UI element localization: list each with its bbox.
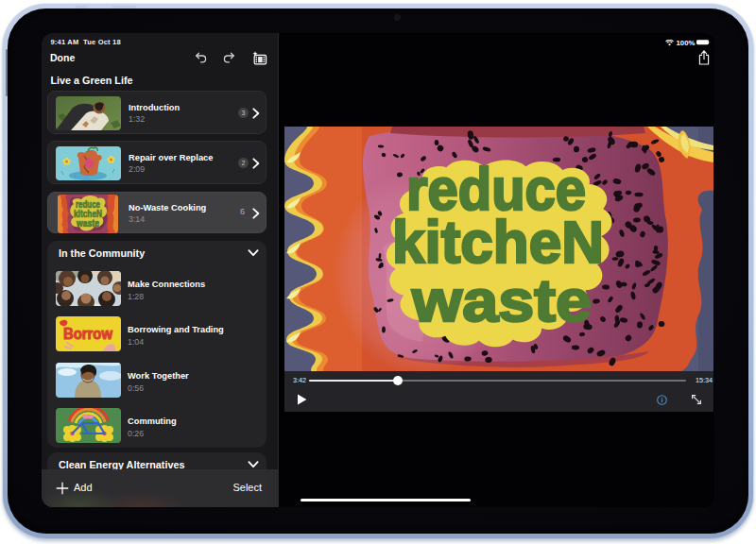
svg-text:waste: waste — [76, 217, 99, 228]
svg-text:waste: waste — [411, 268, 592, 333]
svg-text:Borrow: Borrow — [63, 326, 113, 342]
svg-text:kitcheN: kitcheN — [392, 209, 604, 274]
